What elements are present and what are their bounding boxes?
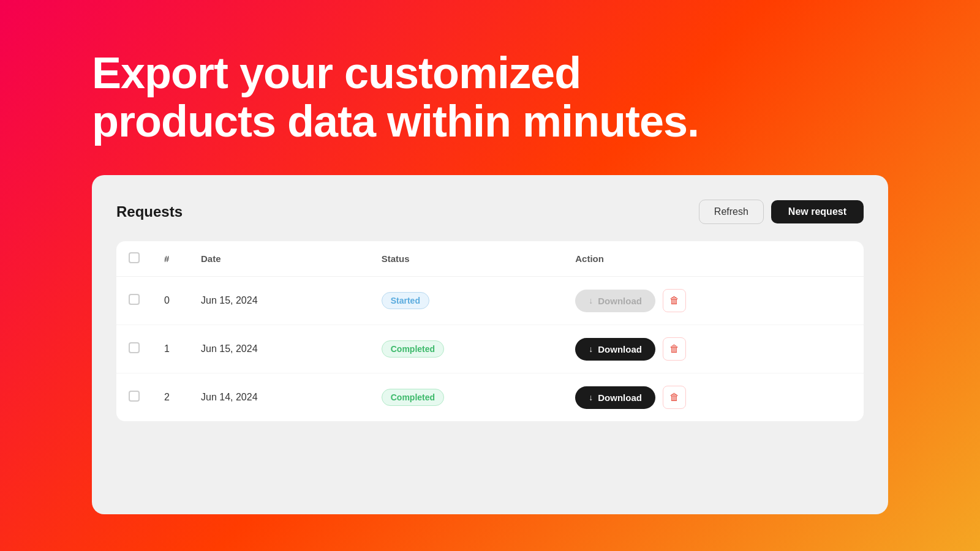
table-header-row: # Date Status Action (116, 241, 864, 277)
delete-button[interactable]: 🗑 (663, 337, 686, 361)
delete-button[interactable]: 🗑 (663, 386, 686, 409)
header-action: Action (563, 241, 864, 277)
select-all-checkbox[interactable] (129, 252, 140, 263)
row-number: 2 (152, 373, 189, 422)
card-title: Requests (116, 203, 183, 220)
new-request-button[interactable]: New request (771, 200, 864, 223)
hero-title-line2: products data within minutes. (92, 97, 699, 146)
download-icon: ↓ (589, 344, 593, 354)
download-label: Download (598, 296, 642, 306)
requests-card: Requests Refresh New request # Date Stat… (92, 175, 888, 514)
download-button: ↓Download (575, 290, 655, 312)
refresh-button[interactable]: Refresh (699, 200, 764, 224)
row-number: 1 (152, 325, 189, 373)
trash-icon: 🗑 (669, 295, 679, 306)
status-badge: Started (382, 292, 429, 309)
action-cell: ↓Download🗑 (575, 337, 851, 361)
hero-title-line1: Export your customized (92, 48, 581, 97)
table-row: 0Jun 15, 2024Started↓Download🗑 (116, 277, 864, 325)
table-container: # Date Status Action 0Jun 15, 2024Starte… (116, 241, 864, 421)
action-cell: ↓Download🗑 (575, 386, 851, 409)
row-date: Jun 15, 2024 (189, 325, 369, 373)
download-icon: ↓ (589, 392, 593, 402)
row-checkbox[interactable] (129, 342, 140, 353)
row-checkbox-cell (116, 277, 152, 325)
requests-table: # Date Status Action 0Jun 15, 2024Starte… (116, 241, 864, 421)
table-body: 0Jun 15, 2024Started↓Download🗑1Jun 15, 2… (116, 277, 864, 422)
row-checkbox[interactable] (129, 391, 140, 402)
row-action: ↓Download🗑 (563, 277, 864, 325)
page-wrapper: Export your customized products data wit… (0, 0, 980, 551)
action-cell: ↓Download🗑 (575, 289, 851, 312)
status-badge: Completed (382, 340, 444, 358)
hero-title: Export your customized products data wit… (92, 49, 888, 146)
hero-section: Export your customized products data wit… (92, 49, 888, 146)
row-status: Started (369, 277, 564, 325)
row-status: Completed (369, 325, 564, 373)
header-checkbox-cell (116, 241, 152, 277)
header-number: # (152, 241, 189, 277)
header-status: Status (369, 241, 564, 277)
delete-button[interactable]: 🗑 (663, 289, 686, 312)
card-header: Requests Refresh New request (116, 200, 864, 224)
row-status: Completed (369, 373, 564, 422)
download-icon: ↓ (589, 296, 593, 305)
table-row: 2Jun 14, 2024Completed↓Download🗑 (116, 373, 864, 422)
trash-icon: 🗑 (669, 343, 679, 354)
row-date: Jun 14, 2024 (189, 373, 369, 422)
download-button[interactable]: ↓Download (575, 386, 655, 409)
row-checkbox-cell (116, 373, 152, 422)
row-date: Jun 15, 2024 (189, 277, 369, 325)
status-badge: Completed (382, 389, 444, 406)
row-checkbox[interactable] (129, 294, 140, 305)
row-checkbox-cell (116, 325, 152, 373)
download-label: Download (598, 344, 642, 354)
row-action: ↓Download🗑 (563, 373, 864, 422)
row-action: ↓Download🗑 (563, 325, 864, 373)
header-actions: Refresh New request (699, 200, 864, 224)
trash-icon: 🗑 (669, 392, 679, 403)
row-number: 0 (152, 277, 189, 325)
download-label: Download (598, 392, 642, 403)
header-date: Date (189, 241, 369, 277)
download-button[interactable]: ↓Download (575, 338, 655, 361)
table-row: 1Jun 15, 2024Completed↓Download🗑 (116, 325, 864, 373)
